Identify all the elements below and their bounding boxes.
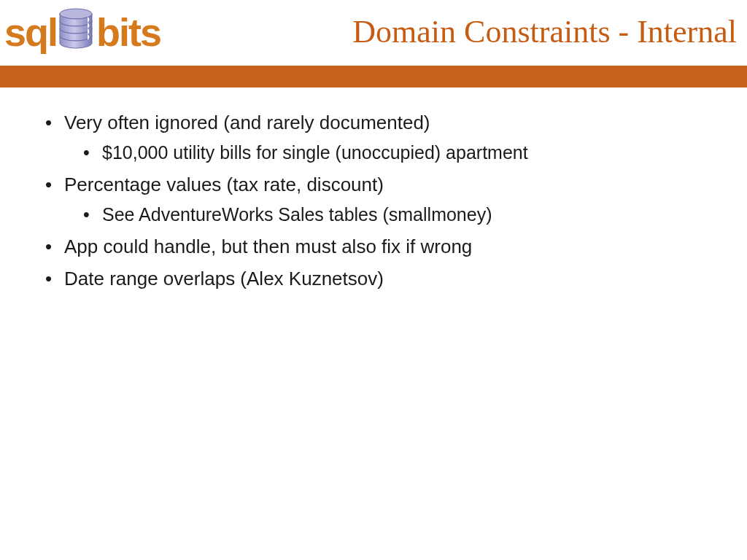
slide-title: Domain Constraints - Internal — [352, 13, 737, 50]
list-item: App could handle, but then must also fix… — [45, 232, 718, 261]
bullet-text: Date range overlaps (Alex Kuznetsov) — [64, 268, 384, 289]
list-item: Very often ignored (and rarely documente… — [45, 108, 718, 167]
bullet-text: Very often ignored (and rarely documente… — [64, 112, 430, 133]
sqlbits-logo: sql — [4, 6, 160, 58]
accent-bar — [0, 66, 747, 88]
slide-header: sql — [0, 0, 747, 66]
slide: sql — [0, 0, 747, 560]
logo-text-sql: sql — [4, 12, 57, 52]
bullet-list: Very often ignored (and rarely documente… — [45, 108, 718, 294]
bullet-text: See AdventureWorks Sales tables (smallmo… — [102, 204, 492, 225]
slide-body: Very often ignored (and rarely documente… — [45, 108, 718, 297]
list-item: Date range overlaps (Alex Kuznetsov) — [45, 264, 718, 293]
logo-text-bits: bits — [96, 12, 160, 52]
bullet-text: App could handle, but then must also fix… — [64, 236, 472, 257]
list-item: See AdventureWorks Sales tables (smallmo… — [83, 201, 718, 229]
bullet-text: Percentage values (tax rate, discount) — [64, 174, 384, 195]
bullet-text: $10,000 utility bills for single (unoccu… — [102, 142, 528, 163]
list-item: Percentage values (tax rate, discount) S… — [45, 170, 718, 229]
list-item: $10,000 utility bills for single (unoccu… — [83, 139, 718, 167]
database-icon — [58, 8, 93, 56]
